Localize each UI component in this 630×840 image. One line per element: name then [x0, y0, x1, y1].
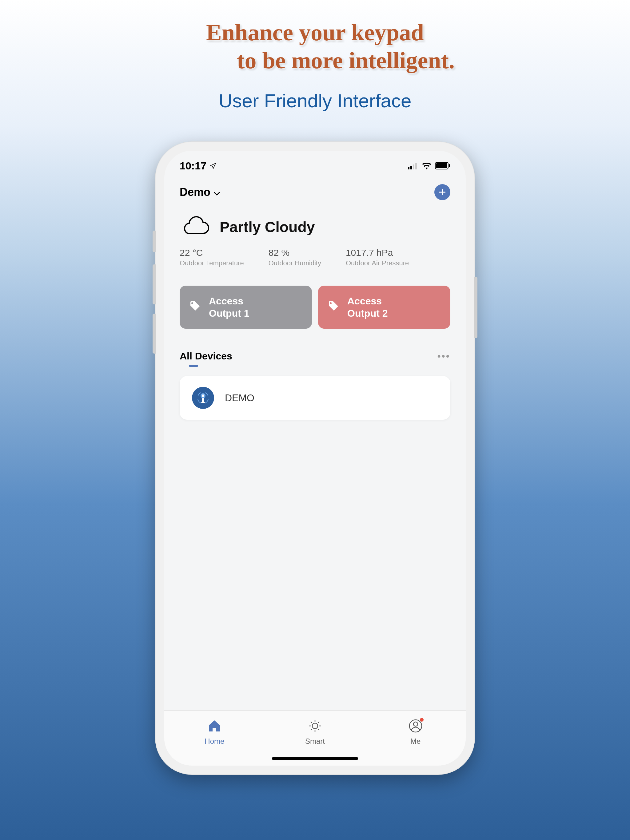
weather-stat-temperature: 22 °C Outdoor Temperature	[180, 248, 244, 267]
location-services-icon	[209, 160, 216, 172]
svg-rect-2	[413, 164, 414, 169]
access-label-line1: Access	[209, 295, 250, 307]
marketing-headline: Enhance your keypad to be more intellige…	[0, 0, 630, 74]
weather-stat-pressure: 1017.7 hPa Outdoor Air Pressure	[346, 248, 409, 267]
status-time: 10:17	[180, 160, 206, 172]
battery-icon	[435, 160, 450, 172]
phone-side-button	[474, 277, 477, 338]
phone-frame: 10:17 Demo	[155, 141, 475, 775]
home-indicator[interactable]	[272, 757, 358, 760]
stat-label: Outdoor Humidity	[269, 259, 321, 267]
svg-rect-1	[410, 166, 412, 169]
access-output-1-button[interactable]: Access Output 1	[180, 286, 312, 329]
access-label-line2: Output 1	[209, 307, 250, 319]
weather-condition: Partly Cloudy	[220, 219, 315, 235]
nav-label: Home	[204, 737, 224, 745]
phone-screen: 10:17 Demo	[164, 151, 466, 766]
ellipsis-icon: •••	[437, 351, 450, 362]
cloud-icon	[180, 216, 211, 238]
plus-icon	[438, 185, 446, 199]
access-output-2-button[interactable]: Access Output 2	[318, 286, 450, 329]
phone-side-button	[153, 264, 156, 305]
bottom-nav: Home Smart Me	[164, 710, 466, 766]
divider	[180, 341, 450, 341]
stat-value: 22 °C	[180, 248, 244, 258]
add-button[interactable]	[434, 184, 450, 200]
user-icon	[408, 718, 423, 734]
weather-section: Partly Cloudy 22 °C Outdoor Temperature …	[164, 209, 466, 276]
nav-me[interactable]: Me	[365, 711, 466, 766]
svg-rect-5	[436, 163, 447, 168]
headline-line1: Enhance your keypad	[0, 19, 630, 46]
svg-rect-3	[415, 163, 417, 169]
status-bar: 10:17	[164, 151, 466, 175]
stat-label: Outdoor Air Pressure	[346, 259, 409, 267]
device-icon	[192, 387, 214, 409]
app-header: Demo	[164, 175, 466, 209]
stat-label: Outdoor Temperature	[180, 259, 244, 267]
svg-point-22	[413, 722, 418, 726]
weather-stat-humidity: 82 % Outdoor Humidity	[269, 248, 321, 267]
svg-rect-6	[449, 164, 450, 167]
svg-line-19	[311, 729, 312, 730]
devices-section-title[interactable]: All Devices	[180, 351, 232, 362]
svg-line-18	[318, 729, 319, 730]
wifi-icon	[422, 160, 431, 172]
tag-icon	[327, 300, 340, 314]
nav-home[interactable]: Home	[164, 711, 265, 766]
access-label-line2: Output 2	[347, 307, 388, 319]
access-label-line1: Access	[347, 295, 388, 307]
devices-header: All Devices •••	[164, 347, 466, 362]
phone-side-button	[153, 231, 156, 252]
device-name: DEMO	[225, 392, 255, 404]
notification-dot	[420, 718, 424, 722]
home-icon	[207, 718, 222, 734]
devices-menu-button[interactable]: •••	[437, 351, 450, 362]
svg-point-12	[312, 723, 318, 729]
access-buttons: Access Output 1 Access Output 2	[164, 276, 466, 338]
phone-side-button	[153, 314, 156, 354]
stat-value: 1017.7 hPa	[346, 248, 409, 258]
nav-label: Me	[410, 737, 421, 745]
stat-value: 82 %	[269, 248, 321, 258]
location-dropdown[interactable]: Demo	[180, 186, 220, 199]
sun-icon	[308, 718, 322, 734]
tag-icon	[189, 300, 201, 314]
chevron-down-icon	[214, 186, 220, 199]
svg-line-17	[311, 722, 312, 723]
device-card[interactable]: DEMO	[180, 376, 450, 420]
cellular-signal-icon	[408, 160, 418, 172]
tab-indicator	[189, 365, 198, 367]
svg-point-11	[202, 395, 204, 397]
location-label: Demo	[180, 186, 211, 199]
svg-rect-0	[408, 167, 410, 169]
nav-label: Smart	[305, 737, 325, 745]
svg-line-20	[318, 722, 319, 723]
headline-line2: to be more intelligent.	[0, 46, 630, 74]
subheadline: User Friendly Interface	[0, 90, 630, 112]
